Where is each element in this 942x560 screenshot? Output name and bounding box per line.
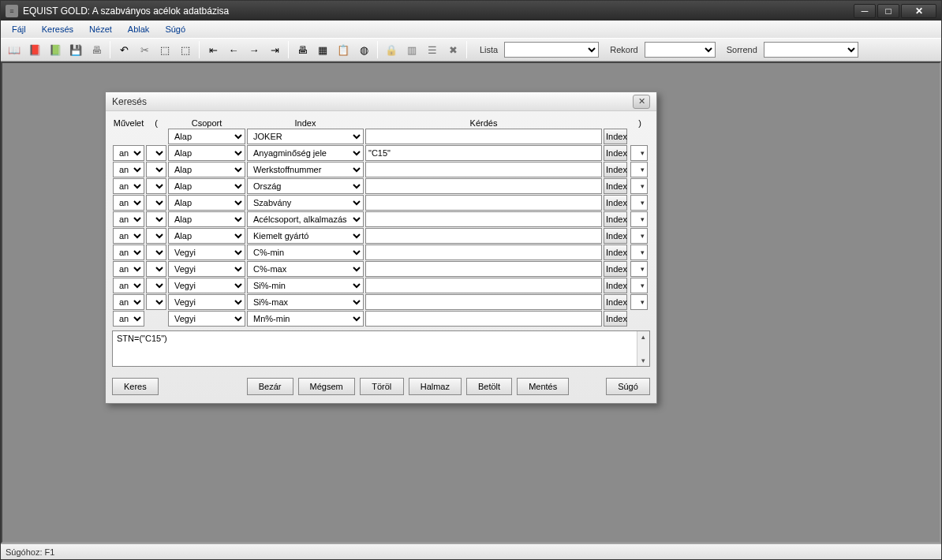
halmaz-button[interactable]: Halmaz xyxy=(409,378,462,395)
query-input[interactable] xyxy=(365,245,602,260)
index-select[interactable]: Si%-max xyxy=(247,294,364,310)
query-input[interactable] xyxy=(365,311,602,327)
tool-next-icon[interactable]: → xyxy=(245,41,263,58)
index-button[interactable]: Index xyxy=(604,228,627,244)
group-select[interactable]: Alap xyxy=(168,211,245,227)
query-input[interactable] xyxy=(365,278,602,293)
op-select[interactable]: and xyxy=(113,162,144,177)
op-select[interactable]: and xyxy=(113,228,144,244)
tool-book-icon[interactable]: 📕 xyxy=(26,41,43,58)
toolbar-sorrend-select[interactable] xyxy=(764,42,858,58)
torol-button[interactable]: Töröl xyxy=(360,378,404,395)
query-input[interactable] xyxy=(365,195,602,211)
paren-select[interactable] xyxy=(146,278,166,293)
group-select[interactable]: Vegyi xyxy=(168,245,245,260)
index-button[interactable]: Index xyxy=(604,311,627,327)
query-input[interactable] xyxy=(365,261,602,277)
tool-export-icon[interactable]: 🖶 xyxy=(293,41,311,58)
query-input[interactable] xyxy=(365,294,602,310)
menu-file[interactable]: Fájl xyxy=(6,23,32,35)
minimize-button[interactable]: ─ xyxy=(854,4,876,18)
index-button[interactable]: Index xyxy=(604,178,627,194)
op-select[interactable]: and xyxy=(113,211,144,227)
tool-open-icon[interactable]: 📖 xyxy=(6,41,23,58)
tool-print-icon[interactable]: 🖶 xyxy=(88,41,105,58)
menu-view[interactable]: Nézet xyxy=(83,23,118,35)
index-select[interactable]: JOKER xyxy=(247,129,364,144)
toolbar-lista-select[interactable] xyxy=(504,42,599,58)
op-select[interactable]: and xyxy=(113,145,144,161)
index-button[interactable]: Index xyxy=(604,162,627,177)
tool-undo-icon[interactable]: ↶ xyxy=(115,41,133,58)
dialog-close-icon[interactable]: ✕ xyxy=(633,95,650,109)
tool-lock-icon[interactable]: 🔒 xyxy=(383,41,400,58)
query-input[interactable] xyxy=(365,145,602,161)
tool-book2-icon[interactable]: 📗 xyxy=(47,41,64,58)
sugo-button[interactable]: Súgó xyxy=(606,378,650,395)
tool-globe-icon[interactable]: ◍ xyxy=(355,41,372,58)
tool-columns-icon[interactable]: ▥ xyxy=(403,41,421,58)
close-paren-select[interactable] xyxy=(630,178,648,194)
tool-sort-asc-icon[interactable]: ⬚ xyxy=(156,41,174,58)
index-select[interactable]: C%-max xyxy=(247,261,364,277)
paren-select[interactable] xyxy=(146,211,166,227)
tool-rows-icon[interactable]: ☰ xyxy=(424,41,441,58)
tool-last-icon[interactable]: ⇥ xyxy=(266,41,283,58)
group-select[interactable]: Vegyi xyxy=(168,294,245,310)
paren-select[interactable] xyxy=(146,145,166,161)
close-paren-select[interactable] xyxy=(630,162,648,177)
paren-select[interactable] xyxy=(146,162,166,177)
tool-html-icon[interactable]: ▦ xyxy=(314,41,331,58)
paren-select[interactable] xyxy=(146,294,166,310)
group-select[interactable]: Alap xyxy=(168,178,245,194)
group-select[interactable]: Alap xyxy=(168,162,245,177)
query-input[interactable] xyxy=(365,129,602,144)
maximize-button[interactable]: □ xyxy=(877,4,899,18)
index-button[interactable]: Index xyxy=(604,145,627,161)
close-paren-select[interactable] xyxy=(630,261,648,277)
query-input[interactable] xyxy=(365,228,602,244)
close-paren-select[interactable] xyxy=(630,195,648,211)
op-select[interactable]: and xyxy=(113,278,144,293)
tool-cut-icon[interactable]: ✂ xyxy=(136,41,153,58)
index-button[interactable]: Index xyxy=(604,261,627,277)
paren-select[interactable] xyxy=(146,195,166,211)
index-select[interactable]: Kiemelt gyártó xyxy=(247,228,364,244)
index-button[interactable]: Index xyxy=(604,294,627,310)
expression-box[interactable]: STN=("C15") ▴▾ xyxy=(112,330,650,367)
close-paren-select[interactable] xyxy=(630,211,648,227)
paren-select[interactable] xyxy=(146,228,166,244)
menu-search[interactable]: Keresés xyxy=(36,23,80,35)
betolt-button[interactable]: Betölt xyxy=(466,378,512,395)
group-select[interactable]: Alap xyxy=(168,129,245,144)
op-select[interactable]: and xyxy=(113,245,144,260)
group-select[interactable]: Alap xyxy=(168,145,245,161)
index-select[interactable]: Si%-min xyxy=(247,278,364,293)
index-button[interactable]: Index xyxy=(604,211,627,227)
paren-select[interactable] xyxy=(146,261,166,277)
tool-copy-icon[interactable]: 📋 xyxy=(335,41,352,58)
index-button[interactable]: Index xyxy=(604,195,627,211)
close-paren-select[interactable] xyxy=(630,228,648,244)
group-select[interactable]: Vegyi xyxy=(168,261,245,277)
paren-select[interactable] xyxy=(146,245,166,260)
tool-first-icon[interactable]: ⇤ xyxy=(204,41,222,58)
index-button[interactable]: Index xyxy=(604,245,627,260)
index-select[interactable]: Ország xyxy=(247,178,364,194)
close-paren-select[interactable] xyxy=(630,294,648,310)
query-input[interactable] xyxy=(365,178,602,194)
index-select[interactable]: Anyagminőség jele xyxy=(247,145,364,161)
mentes-button[interactable]: Mentés xyxy=(517,378,569,395)
index-button[interactable]: Index xyxy=(604,129,627,144)
group-select[interactable]: Vegyi xyxy=(168,311,245,327)
keres-button[interactable]: Keres xyxy=(112,378,159,395)
group-select[interactable]: Alap xyxy=(168,195,245,211)
tool-prev-icon[interactable]: ← xyxy=(225,41,242,58)
expression-scrollbar[interactable]: ▴▾ xyxy=(637,331,649,366)
index-select[interactable]: Acélcsoport, alkalmazás xyxy=(247,211,364,227)
op-select[interactable]: and xyxy=(113,261,144,277)
index-select[interactable]: C%-min xyxy=(247,245,364,260)
close-paren-select[interactable] xyxy=(630,245,648,260)
close-button[interactable]: ✕ xyxy=(901,4,936,18)
megsem-button[interactable]: Mégsem xyxy=(298,378,355,395)
